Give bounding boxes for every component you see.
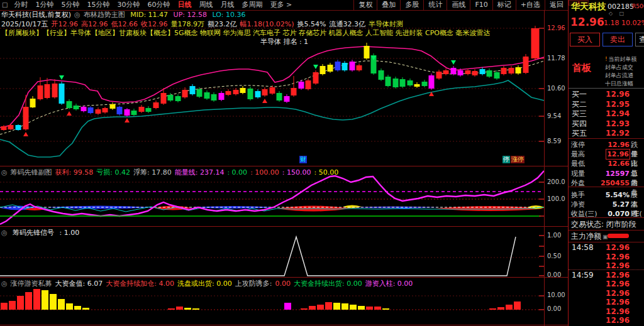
period-tabs: 分时1分钟5分钟15分钟30分钟60分钟日线周线月线多周期更多 >: [10, 0, 296, 10]
industry-rank-row: 半导体 排名 : 1: [1, 37, 567, 46]
topbar-button-复权[interactable]: 复权: [353, 0, 377, 10]
axis-label: 200.0: [547, 178, 565, 186]
detail-row-现量: 现量12597总量: [569, 169, 644, 178]
indicator-dropdown-icon[interactable]: ◎: [1, 280, 8, 288]
axis-label: 0.00: [547, 271, 561, 279]
board-info-row: 十日总涨幅: [605, 80, 633, 88]
header-field: 上攻防诱多:: [235, 280, 272, 288]
tab-周线[interactable]: 周线: [195, 0, 216, 10]
divider: [569, 138, 644, 139]
price-change-pct: 10.02%: [621, 19, 644, 27]
board-info-row: 封单占流通: [605, 72, 633, 80]
indicator-dropdown-icon[interactable]: ◎: [1, 168, 8, 177]
concepts-row: 【所属板块】【行业】半导体【地区】甘肃板块【概念】5G概念 物联网 华为海思 汽…: [1, 28, 567, 38]
axis-label: 9.54: [547, 112, 561, 120]
header-field: 大资金持续出货: 0.00: [294, 280, 362, 288]
bid-row-4[interactable]: 买四12.93: [569, 119, 644, 129]
tab-月线[interactable]: 月线: [216, 0, 238, 10]
header-field: 亏损: 0.42: [96, 168, 130, 177]
tab-15分钟[interactable]: 15分钟: [83, 0, 113, 10]
last-price: 12.96: [570, 16, 604, 28]
topbar-button-F10[interactable]: F10: [470, 0, 492, 10]
tick-row: 12.96: [569, 289, 644, 298]
indicator-dropdown-icon[interactable]: ◎: [1, 229, 8, 237]
tab-60分钟[interactable]: 60分钟: [143, 0, 174, 10]
header-field: 大资金持续加仓: 4.00: [106, 280, 174, 288]
header-field: 筹码先锋副图: [11, 168, 52, 177]
header-field: 量178.9万: [170, 20, 204, 28]
main-net-bar: [608, 234, 629, 238]
limit-board-label: 首板: [572, 62, 591, 74]
topbar-button-多股[interactable]: 多股: [400, 0, 423, 10]
signal-indicator-name: 筹码先锋信号: [13, 229, 54, 237]
header-field: 洗盘或出货: 0.00: [177, 280, 232, 288]
header-field: 大资金值: 6.07: [55, 280, 103, 288]
topbar: □ 分时1分钟5分钟15分钟30分钟60分钟日线周线月线多周期更多 > 复权叠加…: [0, 0, 568, 11]
axis-label: 11.78: [547, 55, 565, 62]
tab-30分钟[interactable]: 30分钟: [113, 0, 143, 10]
axis-label: 0.00: [547, 305, 561, 313]
window-icon[interactable]: □: [2, 0, 8, 10]
query-button[interactable]: 查: [635, 33, 644, 46]
detail-row-涨停: 涨停12.96跌停: [569, 140, 644, 149]
panel-divider: [0, 226, 568, 227]
divider: [569, 230, 644, 231]
signal-chart-header: ◎ 筹码先锋信号 : 1.00: [1, 228, 567, 237]
topbar-buttons: 复权叠加多股统计画线F10标记+自选返回: [353, 0, 568, 10]
header-field: 开12.96: [51, 20, 78, 28]
detail-row-最低: 最低12.66市值: [569, 159, 644, 168]
axis-label: 0.50: [547, 253, 561, 260]
bid-row-1[interactable]: 买一12.96: [569, 90, 644, 99]
topbar-button-统计[interactable]: 统计: [423, 0, 447, 10]
stock-code: 002185: [608, 3, 634, 11]
header-field: 能量线: 237.14: [175, 168, 225, 177]
tab-日线[interactable]: 日线: [174, 0, 195, 10]
detail-row-净资: 净资5.27流通: [569, 200, 644, 209]
header-field: 流通32.3亿: [329, 20, 365, 28]
topbar-button-返回[interactable]: 返回: [545, 0, 568, 10]
header-field: 浮筹: 17.80: [133, 168, 172, 177]
topbar-button-画线[interactable]: 画线: [447, 0, 470, 10]
main-net-label: 主力净额▣: [571, 231, 608, 242]
header-field: 2025/10/17五: [1, 20, 48, 28]
header-field: 换5.54%: [297, 20, 326, 28]
sub-chart-header: ◎筹码先锋副图获利: 99.58亏损: 0.42浮筹: 17.80能量线: 23…: [1, 168, 567, 177]
sell-button[interactable]: 卖出: [602, 33, 633, 46]
detail-row-换手: 换手5.54%股本: [569, 190, 644, 200]
axis-label: 100.0: [547, 195, 565, 203]
boll-lo-value: LO: 10.36: [213, 11, 246, 19]
bid-row-3[interactable]: 买三12.94: [569, 109, 644, 119]
header-field: 获利: 99.58: [55, 168, 94, 177]
ohlc-row: 2025/10/17五开12.96高12.96低12.66收12.96量178.…: [1, 19, 567, 29]
tick-row: 14:5812.96: [569, 243, 644, 252]
main-indicator-name[interactable]: 布林趋势主图: [84, 11, 125, 19]
bid-row-5[interactable]: 买五12.92: [569, 129, 644, 138]
tab-5分钟[interactable]: 5分钟: [57, 0, 83, 10]
price-change: 1.18: [604, 19, 619, 27]
alert-icon: !: [605, 56, 608, 62]
topbar-button-+自选[interactable]: +自选: [516, 0, 545, 10]
header-field: 0.00: [275, 280, 291, 288]
tab-更多 >[interactable]: 更多 >: [266, 0, 296, 10]
tab-1分钟[interactable]: 1分钟: [31, 0, 57, 10]
topbar-button-标记[interactable]: 标记: [492, 0, 516, 10]
axis-label: 10.60: [547, 85, 565, 92]
axis-label: 10.00: [547, 291, 565, 299]
header-field: 收12.96: [141, 20, 168, 28]
chevron-down-icon[interactable]: ◎: [74, 11, 80, 19]
bid-row-2[interactable]: 买二12.95: [569, 100, 644, 109]
bottom-chart-header: ◎涨停游资私募大资金值: 6.07大资金持续加仓: 4.00洗盘或出货: 0.0…: [1, 279, 567, 288]
header-field: : 150.00: [282, 168, 311, 177]
chart-marker-badge: 财: [299, 156, 307, 163]
quote-panel: 华天科技 002185 R500 ◇ □ 12.96 1.18 10.02% 买…: [569, 0, 644, 326]
chart-marker-badge: 涨停: [511, 156, 525, 163]
buy-button[interactable]: 买入: [570, 33, 600, 46]
panel-mini-icons[interactable]: ◇ □: [609, 11, 626, 16]
tick-row: 12.96: [569, 280, 644, 288]
board-info-row: !当前封单额: [605, 55, 637, 63]
topbar-button-叠加[interactable]: 叠加: [377, 0, 400, 10]
tab-分时[interactable]: 分时: [10, 0, 31, 10]
tab-多周期[interactable]: 多周期: [238, 0, 266, 10]
board-info-row: 封单占成交: [605, 63, 633, 72]
stock-name: 华天科技: [571, 1, 606, 13]
